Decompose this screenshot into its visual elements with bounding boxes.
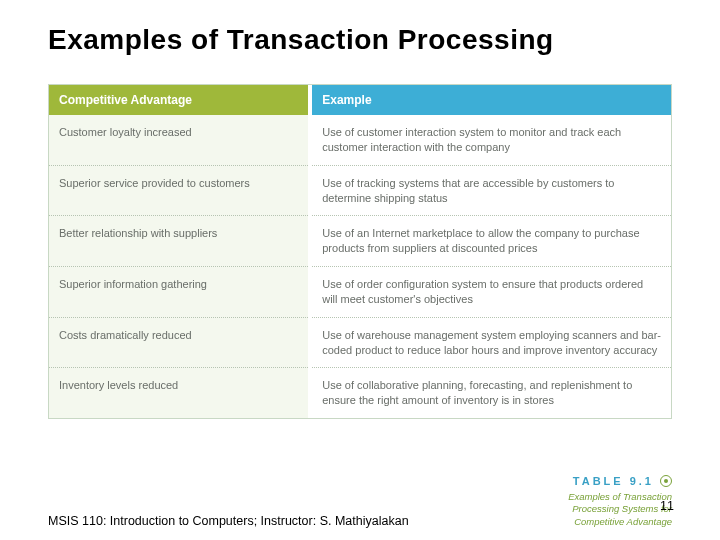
table-row: Costs dramatically reduced Use of wareho… bbox=[49, 317, 671, 368]
bullet-icon bbox=[660, 475, 672, 487]
header-competitive-advantage: Competitive Advantage bbox=[49, 85, 310, 115]
page-number: 11 bbox=[660, 499, 674, 513]
cell-advantage: Inventory levels reduced bbox=[49, 368, 310, 418]
footer-course-info: MSIS 110: Introduction to Computers; Ins… bbox=[48, 514, 409, 528]
table-row: Superior service provided to customers U… bbox=[49, 165, 671, 216]
cell-advantage: Customer loyalty increased bbox=[49, 115, 310, 165]
table-header-row: Competitive Advantage Example bbox=[49, 85, 671, 115]
table-label-text: TABLE 9.1 bbox=[573, 475, 654, 487]
table-caption: Examples of Transaction Processing Syste… bbox=[522, 491, 672, 528]
cell-advantage: Better relationship with suppliers bbox=[49, 216, 310, 267]
cell-example: Use of customer interaction system to mo… bbox=[310, 115, 671, 165]
cell-advantage: Superior information gathering bbox=[49, 267, 310, 318]
cell-advantage: Superior service provided to customers bbox=[49, 165, 310, 216]
header-example: Example bbox=[310, 85, 671, 115]
footer-table-caption-block: TABLE 9.1 Examples of Transaction Proces… bbox=[522, 475, 672, 528]
cell-example: Use of warehouse management system emplo… bbox=[310, 317, 671, 368]
slide: Examples of Transaction Processing Compe… bbox=[0, 0, 720, 540]
table-row: Inventory levels reduced Use of collabor… bbox=[49, 368, 671, 418]
cell-example: Use of collaborative planning, forecasti… bbox=[310, 368, 671, 418]
table-label: TABLE 9.1 bbox=[522, 475, 672, 487]
table-row: Better relationship with suppliers Use o… bbox=[49, 216, 671, 267]
table-row: Superior information gathering Use of or… bbox=[49, 267, 671, 318]
cell-example: Use of an Internet marketplace to allow … bbox=[310, 216, 671, 267]
table-row: Customer loyalty increased Use of custom… bbox=[49, 115, 671, 165]
cell-advantage: Costs dramatically reduced bbox=[49, 317, 310, 368]
slide-title: Examples of Transaction Processing bbox=[48, 24, 672, 56]
cell-example: Use of tracking systems that are accessi… bbox=[310, 165, 671, 216]
cell-example: Use of order configuration system to ens… bbox=[310, 267, 671, 318]
advantage-table: Competitive Advantage Example Customer l… bbox=[49, 85, 671, 418]
slide-footer: MSIS 110: Introduction to Computers; Ins… bbox=[0, 475, 720, 528]
table-wrapper: Competitive Advantage Example Customer l… bbox=[48, 84, 672, 419]
